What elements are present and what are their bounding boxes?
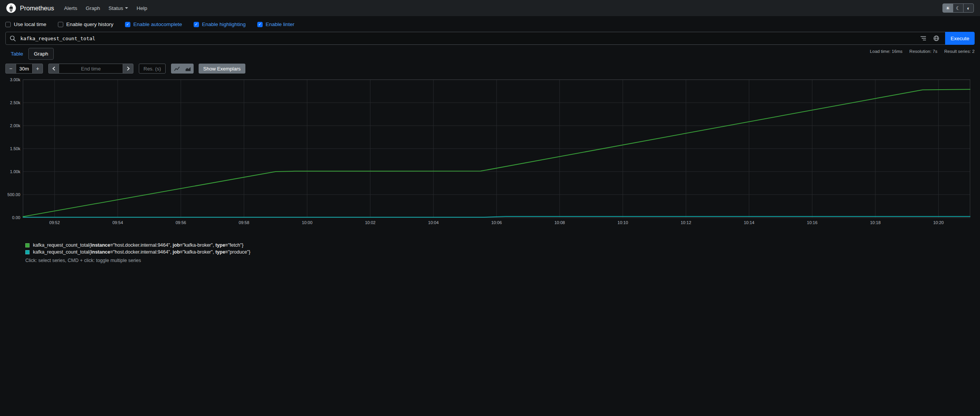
- svg-text:09:58: 09:58: [239, 220, 250, 225]
- navbar: Prometheus Alerts Graph Status Help ☀ ☾ …: [0, 0, 980, 16]
- resolution-stat: Resolution: 7s: [909, 49, 937, 54]
- series-color-swatch: [25, 243, 30, 247]
- theme-auto-button[interactable]: ◐: [963, 3, 974, 13]
- stacked-chart-icon: [185, 66, 191, 71]
- decrease-range-button[interactable]: −: [5, 64, 16, 74]
- graph-controls: − +: [5, 64, 975, 74]
- graph-canvas[interactable]: 0.00500.001.00k1.50k2.00k2.50k3.00k09:52…: [5, 77, 972, 231]
- line-chart-button[interactable]: [171, 64, 183, 74]
- enable-query-history-checkbox[interactable]: ✓ Enable query history: [58, 21, 113, 27]
- nav-item-help[interactable]: Help: [136, 5, 147, 11]
- tabs-row: Table Graph Load time: 16ms Resolution: …: [5, 48, 975, 60]
- svg-text:0.00: 0.00: [12, 215, 20, 220]
- svg-text:09:56: 09:56: [176, 220, 186, 225]
- theme-toggle-group: ☀ ☾ ◐: [942, 3, 974, 13]
- prometheus-brand[interactable]: Prometheus: [6, 3, 54, 13]
- svg-text:09:52: 09:52: [49, 220, 60, 225]
- svg-text:500.00: 500.00: [7, 192, 20, 197]
- checkbox-label: Use local time: [14, 21, 46, 27]
- series-selector-text: kafka_request_count_total{instance="host…: [33, 249, 250, 255]
- range-input[interactable]: [16, 64, 33, 74]
- end-time-input[interactable]: [59, 64, 123, 74]
- enable-autocomplete-checkbox[interactable]: ✓ Enable autocomplete: [125, 21, 182, 27]
- metrics-explorer-button[interactable]: [930, 32, 943, 44]
- svg-text:10:16: 10:16: [807, 220, 818, 225]
- shift-time-forward-button[interactable]: [123, 64, 133, 74]
- globe-icon: [933, 35, 939, 41]
- tab-graph[interactable]: Graph: [28, 48, 54, 60]
- checkbox-label: Enable highlighting: [202, 21, 246, 27]
- graph-legend: kafka_request_count_total{instance="host…: [25, 242, 975, 255]
- stacked-chart-button[interactable]: [182, 64, 194, 74]
- enable-highlighting-checkbox[interactable]: ✓ Enable highlighting: [194, 21, 246, 27]
- svg-text:2.00k: 2.00k: [10, 123, 20, 128]
- moon-icon: ☾: [956, 5, 960, 11]
- checkbox-box: ✓: [257, 22, 263, 27]
- check-icon: ✓: [258, 23, 261, 26]
- chevron-right-icon: [127, 66, 130, 71]
- svg-text:3.00k: 3.00k: [10, 77, 20, 82]
- chevron-down-icon: [125, 7, 128, 9]
- brand-title: Prometheus: [20, 5, 54, 12]
- query-options-row: ✓ Use local time ✓ Enable query history …: [5, 21, 975, 32]
- nav-item-status-label: Status: [109, 5, 123, 11]
- svg-text:1.50k: 1.50k: [10, 146, 20, 151]
- legend-hint: Click: select series, CMD + click: toggl…: [25, 258, 975, 263]
- svg-text:10:04: 10:04: [428, 220, 439, 225]
- checkbox-box: ✓: [5, 22, 11, 27]
- resolution-input[interactable]: [139, 64, 166, 74]
- main-content: ✓ Use local time ✓ Enable query history …: [0, 16, 980, 263]
- tree-view-button[interactable]: [917, 32, 930, 44]
- checkbox-label: Enable query history: [66, 21, 113, 27]
- svg-text:09:54: 09:54: [112, 220, 123, 225]
- series-selector-text: kafka_request_count_total{instance="host…: [33, 242, 243, 248]
- svg-text:10:20: 10:20: [933, 220, 944, 225]
- end-time-control-group: [48, 64, 133, 74]
- checkbox-label: Enable autocomplete: [133, 21, 182, 27]
- svg-text:10:00: 10:00: [302, 220, 312, 225]
- svg-text:2.50k: 2.50k: [10, 100, 20, 105]
- panel-tabs: Table Graph: [5, 48, 54, 60]
- check-icon: ✓: [195, 23, 198, 26]
- load-time-stat: Load time: 16ms: [870, 49, 903, 54]
- checkbox-box: ✓: [194, 22, 199, 27]
- svg-text:10:10: 10:10: [618, 220, 628, 225]
- series-color-swatch: [25, 250, 30, 254]
- range-control-group: − +: [5, 64, 43, 74]
- svg-text:10:18: 10:18: [870, 220, 881, 225]
- execute-button[interactable]: Execute: [945, 32, 975, 45]
- tree-view-icon: [920, 36, 926, 41]
- increase-range-button[interactable]: +: [32, 64, 43, 74]
- query-expression-bar: Execute: [5, 32, 975, 45]
- checkbox-box: ✓: [125, 22, 130, 27]
- theme-light-button[interactable]: ☀: [942, 3, 953, 13]
- tab-table[interactable]: Table: [5, 48, 28, 60]
- nav-item-graph[interactable]: Graph: [86, 5, 100, 11]
- sun-icon: ☀: [945, 5, 950, 11]
- use-local-time-checkbox[interactable]: ✓ Use local time: [5, 21, 46, 27]
- svg-text:10:14: 10:14: [744, 220, 755, 225]
- legend-item[interactable]: kafka_request_count_total{instance="host…: [25, 249, 975, 255]
- checkbox-label: Enable linter: [266, 21, 294, 27]
- graph-panel: 0.00500.001.00k1.50k2.00k2.50k3.00k09:52…: [5, 77, 975, 233]
- svg-text:1.00k: 1.00k: [10, 169, 20, 174]
- enable-linter-checkbox[interactable]: ✓ Enable linter: [257, 21, 294, 27]
- search-icon: [6, 35, 20, 42]
- theme-dark-button[interactable]: ☾: [953, 3, 964, 13]
- chart-type-toggle-group: [171, 64, 194, 74]
- svg-text:10:12: 10:12: [681, 220, 691, 225]
- chevron-left-icon: [52, 66, 56, 71]
- nav-item-status[interactable]: Status: [109, 5, 128, 11]
- nav-item-alerts[interactable]: Alerts: [64, 5, 77, 11]
- line-chart-icon: [174, 66, 180, 71]
- shift-time-back-button[interactable]: [48, 64, 59, 74]
- check-icon: ✓: [126, 23, 129, 26]
- show-exemplars-button[interactable]: Show Exemplars: [199, 64, 245, 74]
- query-stats: Load time: 16ms Resolution: 7s Result se…: [870, 49, 975, 54]
- circle-half-icon: ◐: [967, 5, 970, 11]
- svg-text:10:06: 10:06: [491, 220, 502, 225]
- checkbox-box: ✓: [58, 22, 63, 27]
- expression-input[interactable]: [20, 32, 917, 44]
- result-series-stat: Result series: 2: [944, 49, 975, 54]
- legend-item[interactable]: kafka_request_count_total{instance="host…: [25, 242, 975, 248]
